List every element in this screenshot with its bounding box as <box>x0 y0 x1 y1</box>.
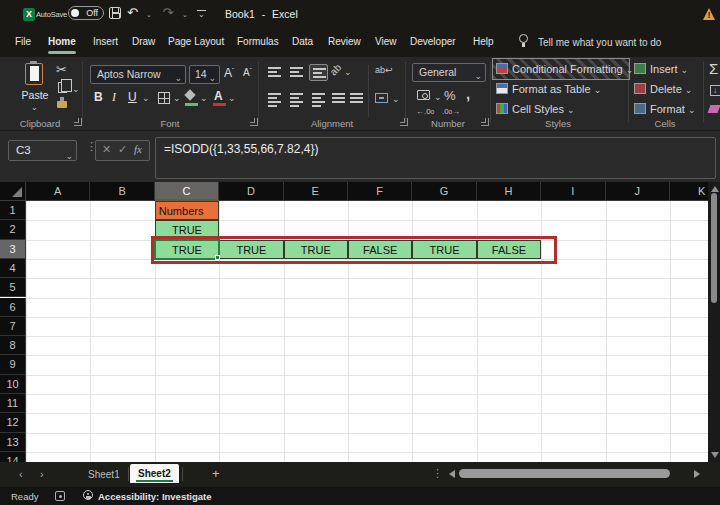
tab-sheet2[interactable]: Sheet2 <box>130 464 179 483</box>
decrease-decimal-icon[interactable]: .00→ <box>442 107 460 116</box>
menu-tab-developer[interactable]: Developer <box>410 36 456 47</box>
merge-center-icon[interactable] <box>375 93 388 103</box>
menu-tab-insert[interactable]: Insert <box>93 36 118 47</box>
enter-icon[interactable]: ✓ <box>118 143 127 156</box>
underline-icon[interactable]: U <box>128 90 137 104</box>
tab-options-dots-icon[interactable]: ⋮ <box>432 467 443 480</box>
column-header-e[interactable]: E <box>284 182 348 201</box>
row-header-8[interactable]: 8 <box>0 336 26 355</box>
font-color-dropdown-icon[interactable]: ⌄ <box>228 93 236 103</box>
column-header-k[interactable]: K <box>670 182 708 201</box>
menu-tab-review[interactable]: Review <box>328 36 361 47</box>
font-name-select[interactable]: Aptos Narrow⌄ <box>90 65 186 84</box>
delete-cells-button[interactable]: Delete ⌄ <box>634 81 692 98</box>
column-header-i[interactable]: I <box>541 182 605 201</box>
increase-decimal-icon[interactable]: ←.00 <box>416 107 434 116</box>
cut-icon[interactable]: ✂ <box>56 62 67 77</box>
row-header-1[interactable]: 1 <box>0 201 26 220</box>
align-right-icon[interactable] <box>312 93 325 104</box>
autosum-icon[interactable]: Σ <box>709 60 718 77</box>
clear-icon[interactable] <box>708 105 720 113</box>
conditional-formatting-button[interactable]: Conditional Formatting ⌄ <box>496 61 633 78</box>
row-header-3[interactable]: 3 <box>0 240 26 259</box>
menu-tab-file[interactable]: File <box>15 36 31 47</box>
copy-icon[interactable] <box>58 82 67 93</box>
font-color-icon[interactable]: A <box>214 89 223 103</box>
bold-icon[interactable]: B <box>94 90 103 104</box>
redo-icon[interactable]: ↶ <box>163 5 174 20</box>
orientation-dropdown-icon[interactable]: ⌄ <box>344 67 352 77</box>
row-header-4[interactable]: 4 <box>0 259 26 278</box>
prev-sheet-icon[interactable]: ‹ <box>19 468 23 480</box>
column-header-d[interactable]: D <box>219 182 283 201</box>
fill-icon[interactable] <box>710 85 720 96</box>
row-header-13[interactable]: 13 <box>0 433 26 452</box>
borders-icon[interactable] <box>158 92 170 104</box>
orientation-icon[interactable]: ab <box>328 62 344 78</box>
menu-tab-formulas[interactable]: Formulas <box>237 36 279 47</box>
customize-toolbar-icon[interactable] <box>197 10 206 13</box>
underline-dropdown-icon[interactable]: ⌄ <box>142 93 150 103</box>
row-header-11[interactable]: 11 <box>0 394 26 413</box>
fill-color-icon[interactable] <box>185 91 197 100</box>
decrease-indent-icon[interactable] <box>332 93 345 104</box>
merge-dropdown-icon[interactable]: ⌄ <box>392 94 400 104</box>
column-header-j[interactable]: J <box>606 182 670 201</box>
align-top-icon[interactable] <box>268 67 281 78</box>
column-header-a[interactable]: A <box>26 182 90 201</box>
fill-color-dropdown-icon[interactable]: ⌄ <box>200 93 208 103</box>
increase-indent-icon[interactable] <box>350 93 363 104</box>
row-header-6[interactable]: 6 <box>0 298 26 317</box>
grow-font-icon[interactable]: Aˆ <box>224 66 234 80</box>
number-launcher-icon[interactable] <box>481 118 489 126</box>
format-as-table-button[interactable]: Format as Table ⌄ <box>496 81 601 98</box>
accounting-format-icon[interactable] <box>417 90 430 100</box>
insert-function-icon[interactable]: fx <box>134 143 142 155</box>
align-left-icon[interactable] <box>268 93 281 104</box>
tab-sheet1[interactable]: Sheet1 <box>80 467 128 482</box>
scroll-down-icon[interactable] <box>711 452 719 458</box>
warning-icon[interactable] <box>703 8 715 20</box>
shrink-font-icon[interactable]: Aˇ <box>243 67 252 78</box>
column-header-b[interactable]: B <box>90 182 154 201</box>
vertical-scrollbar[interactable] <box>708 182 720 462</box>
name-box[interactable]: C3⌄ <box>8 140 77 161</box>
percent-style-icon[interactable]: % <box>444 88 456 103</box>
horizontal-scroll-thumb[interactable] <box>459 469 670 478</box>
clipboard-launcher-icon[interactable] <box>74 118 82 126</box>
copy-dropdown-icon[interactable]: ⌄ <box>72 84 80 94</box>
row-header-12[interactable]: 12 <box>0 413 26 432</box>
hscroll-right-icon[interactable] <box>694 470 700 478</box>
menu-tab-data[interactable]: Data <box>292 36 313 47</box>
align-middle-icon[interactable] <box>290 67 303 78</box>
row-header-7[interactable]: 7 <box>0 317 26 336</box>
autosave-toggle[interactable]: Off <box>68 6 104 20</box>
insert-cells-button[interactable]: Insert ⌄ <box>634 61 688 78</box>
excel-app-icon[interactable]: X <box>23 8 35 21</box>
menu-tab-view[interactable]: View <box>375 36 397 47</box>
select-all-corner[interactable] <box>0 182 26 201</box>
font-size-select[interactable]: 14⌄ <box>189 65 220 84</box>
alignment-launcher-icon[interactable] <box>400 118 408 126</box>
formula-input[interactable]: =ISODD({1,33,55,66,7.82,4}) <box>155 137 716 179</box>
tell-me-search[interactable]: Tell me what you want to do <box>538 37 661 48</box>
next-sheet-icon[interactable]: › <box>40 468 44 480</box>
add-sheet-icon[interactable]: + <box>212 466 220 481</box>
align-bottom-icon[interactable] <box>309 64 328 81</box>
macro-record-icon[interactable] <box>55 491 65 501</box>
scroll-up-icon[interactable] <box>711 186 719 192</box>
align-center-icon[interactable] <box>290 93 303 104</box>
menu-tab-help[interactable]: Help <box>473 36 494 47</box>
menu-tab-draw[interactable]: Draw <box>132 36 155 47</box>
column-header-g[interactable]: G <box>412 182 476 201</box>
borders-dropdown-icon[interactable]: ⌄ <box>173 93 181 103</box>
comma-style-icon[interactable]: , <box>466 85 470 102</box>
wrap-text-icon[interactable]: ab↩ <box>375 65 393 75</box>
cell-c1[interactable]: Numbers <box>155 201 219 220</box>
column-header-c[interactable]: C <box>155 182 219 201</box>
cancel-icon[interactable]: ✕ <box>102 143 111 156</box>
row-header-2[interactable]: 2 <box>0 220 26 239</box>
undo-icon[interactable]: ↶ <box>127 5 138 20</box>
cell-styles-button[interactable]: Cell Styles ⌄ <box>496 101 575 118</box>
accessibility-status[interactable]: Accessibility: Investigate <box>98 491 212 502</box>
